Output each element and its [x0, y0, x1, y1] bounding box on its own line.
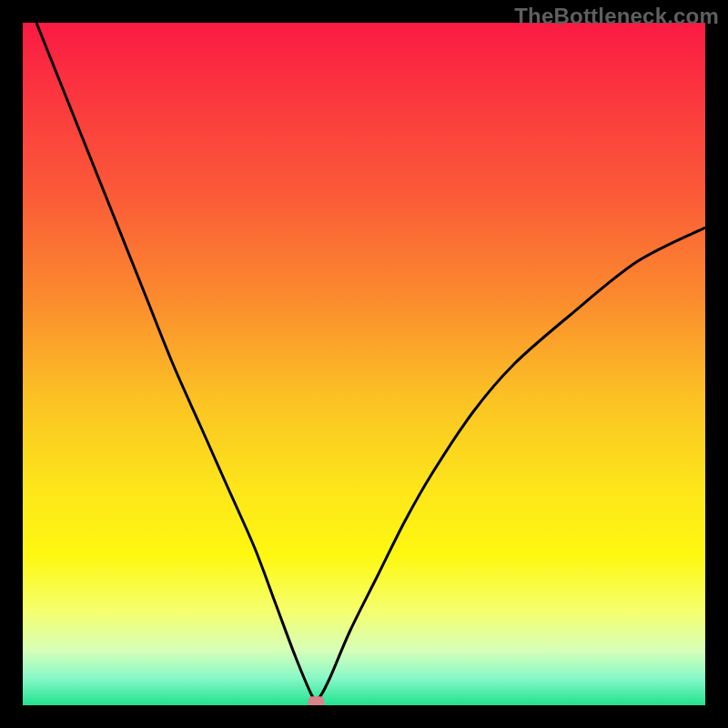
minimum-marker [308, 696, 325, 705]
chart-svg [23, 23, 705, 705]
chart-frame: TheBottleneck.com [0, 0, 728, 728]
plot-area [23, 23, 705, 705]
watermark-text: TheBottleneck.com [514, 4, 719, 29]
